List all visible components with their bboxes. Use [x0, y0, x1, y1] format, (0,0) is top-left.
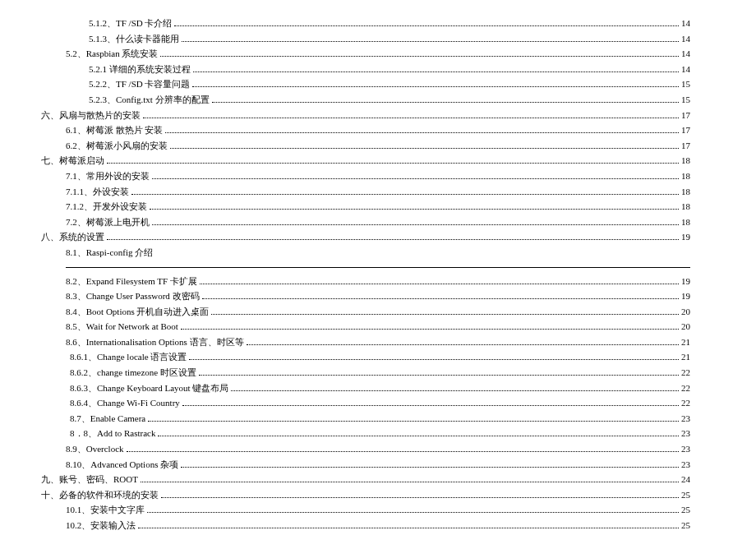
- toc-dots: [193, 64, 679, 72]
- toc-label: 5.1.3、什么读卡器能用: [89, 32, 179, 47]
- toc-dots: [182, 398, 679, 406]
- toc-entry: 8.6.3、Change Keyboard Layout 键盘布局22: [41, 381, 690, 396]
- toc-entry: 10.1、安装中文字库25: [41, 503, 690, 518]
- toc-entry: 十、必备的软件和环境的安装25: [41, 488, 690, 503]
- toc-label: 7.1、常用外设的安装: [66, 169, 150, 184]
- toc-page: 14: [681, 32, 690, 47]
- separator-line: [66, 267, 690, 268]
- toc-page: 23: [681, 442, 690, 457]
- toc-entry: 8.6.2、change timezone 时区设置22: [41, 366, 690, 380]
- toc-dots: [141, 474, 679, 482]
- toc-dots: [152, 217, 679, 225]
- toc-label: 10.1、安装中文字库: [66, 503, 145, 518]
- toc-entry: 8.6、Internationalisation Options 语言、时区等2…: [41, 335, 690, 350]
- toc-label: 8.2、Expand Filesystem TF 卡扩展: [66, 274, 197, 289]
- toc-entry: 8.7、Enable Camera23: [41, 412, 690, 427]
- toc-label: 8.1、Raspi-config 介绍: [66, 246, 153, 261]
- toc-dots: [143, 110, 679, 118]
- toc-page: 18: [681, 200, 690, 214]
- toc-entry: 5.2、Raspbian 系统安装14: [41, 47, 690, 62]
- toc-page: 18: [681, 169, 690, 184]
- toc-label: 8.6、Internationalisation Options 语言、时区等: [66, 335, 244, 350]
- toc-page: 19: [681, 289, 690, 304]
- toc-dots: [211, 307, 679, 315]
- toc-entry: 7.1、常用外设的安装18: [41, 169, 690, 184]
- toc-page: 24: [681, 473, 690, 487]
- toc-label: 5.2.1 详细的系统安装过程: [89, 62, 191, 77]
- toc-dots: [202, 291, 679, 299]
- toc-page: 20: [681, 305, 690, 320]
- toc-dots: [170, 141, 679, 149]
- toc-label: 九、账号、密码、ROOT: [41, 473, 138, 487]
- toc-entry: 7.1.2、开发外设安装18: [41, 200, 690, 214]
- toc-dots: [161, 490, 679, 498]
- toc-dots: [182, 34, 679, 42]
- toc-page: 25: [681, 503, 690, 518]
- toc-page: 19: [681, 230, 690, 245]
- toc-entry: 7.1.1、外设安装18: [41, 185, 690, 200]
- toc-entry: 5.2.2、TF /SD 卡容量问题15: [41, 77, 690, 92]
- toc-page: 18: [681, 154, 690, 168]
- toc-dots: [231, 383, 679, 391]
- toc-entry: 8.1、Raspi-config 介绍: [41, 246, 690, 261]
- toc-upper: 5.1.2、TF /SD 卡介绍145.1.3、什么读卡器能用145.2、Ras…: [41, 16, 690, 261]
- toc-dots: [160, 48, 679, 57]
- toc-dots: [174, 18, 679, 26]
- toc-page: 21: [681, 350, 690, 365]
- toc-label: 六、风扇与散热片的安装: [41, 108, 141, 123]
- toc-label: 8.3、Change User Password 改密码: [66, 289, 200, 304]
- toc-page: 18: [681, 215, 690, 230]
- toc-dots: [131, 187, 679, 195]
- toc-label: 7.1.1、外设安装: [66, 185, 129, 200]
- toc-entry: 九、账号、密码、ROOT24: [41, 473, 690, 487]
- toc-entry: 8.10、Advanced Options 杂项23: [41, 458, 690, 473]
- toc-page: 17: [681, 139, 690, 154]
- toc-dots: [148, 413, 679, 422]
- toc-entry: 六、风扇与散热片的安装17: [41, 108, 690, 123]
- toc-label: 5.2.3、Config.txt 分辨率的配置: [89, 93, 210, 108]
- toc-page: 17: [681, 123, 690, 138]
- toc-entry: 6.1、树莓派 散热片 安装17: [41, 123, 690, 138]
- toc-entry: 5.1.2、TF /SD 卡介绍14: [41, 16, 690, 31]
- toc-label: 十、必备的软件和环境的安装: [41, 488, 159, 503]
- toc-dots: [138, 520, 679, 528]
- toc-page: 23: [681, 427, 690, 441]
- toc-dots: [199, 367, 679, 376]
- toc-page: 22: [681, 381, 690, 396]
- toc-entry: 8.5、Wait for Network at Boot20: [41, 320, 690, 334]
- toc-dots: [247, 337, 679, 345]
- toc-label: 8.9、Overclock: [66, 442, 124, 457]
- toc-dots: [152, 171, 679, 179]
- toc-dots: [192, 79, 679, 87]
- toc-page: 14: [681, 62, 690, 77]
- toc-entry: 10.2、安装输入法25: [41, 519, 690, 533]
- toc-entry: 8.3、Change User Password 改密码19: [41, 289, 690, 304]
- toc-dots: [181, 321, 679, 330]
- toc-entry: 8.2、Expand Filesystem TF 卡扩展19: [41, 274, 690, 289]
- toc-label: 8.4、Boot Options 开机自动进入桌面: [66, 305, 209, 320]
- toc-lower: 8.2、Expand Filesystem TF 卡扩展198.3、Change…: [41, 274, 690, 533]
- toc-label: 8.7、Enable Camera: [70, 412, 145, 427]
- toc-dots: [165, 125, 679, 133]
- toc-page: 22: [681, 366, 690, 380]
- toc-label: 6.2、树莓派小风扇的安装: [66, 139, 168, 154]
- toc-dots: [181, 459, 679, 468]
- toc-page: 21: [681, 335, 690, 350]
- toc-entry: 5.1.3、什么读卡器能用14: [41, 32, 690, 47]
- toc-label: 7.1.2、开发外设安装: [66, 200, 147, 214]
- toc-page: 23: [681, 412, 690, 427]
- toc-label: 8.6.1、Change locale 语言设置: [70, 350, 187, 365]
- toc-page: 14: [681, 16, 690, 31]
- toc-label: 5.2.2、TF /SD 卡容量问题: [89, 77, 190, 92]
- toc-entry: 8.9、Overclock23: [41, 442, 690, 457]
- toc-dots: [150, 201, 679, 210]
- toc-page: 22: [681, 396, 690, 411]
- toc-page: 17: [681, 108, 690, 123]
- toc-dots: [158, 429, 679, 437]
- toc-label: 8.10、Advanced Options 杂项: [66, 458, 178, 473]
- toc-label: 8．8、Add to Rastrack: [70, 427, 155, 441]
- toc-entry: 8.6.4、Change Wi-Fi Country22: [41, 396, 690, 411]
- toc-page: 19: [681, 274, 690, 289]
- toc-entry: 5.2.3、Config.txt 分辨率的配置15: [41, 93, 690, 108]
- toc-page: 25: [681, 519, 690, 533]
